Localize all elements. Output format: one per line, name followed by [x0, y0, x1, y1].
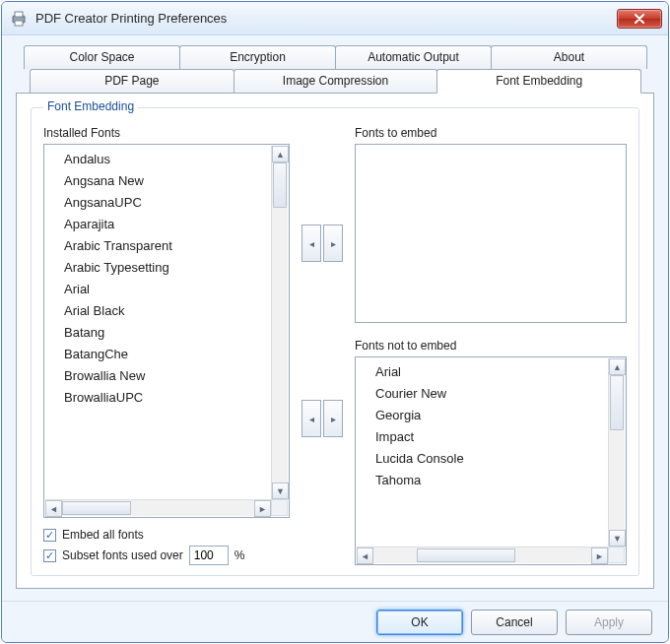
tabs-row-upper: Color Space Encryption Automatic Output … — [16, 45, 654, 69]
group-legend: Font Embedding — [43, 99, 138, 113]
installed-fonts-list[interactable]: AndalusAngsana NewAngsanaUPCAparajitaAra… — [43, 144, 290, 518]
scroll-down-icon[interactable]: ▼ — [272, 483, 289, 499]
list-item[interactable]: BatangChe — [64, 344, 289, 365]
installed-fonts-label: Installed Fonts — [43, 126, 290, 140]
list-item[interactable]: Aparajita — [64, 214, 289, 235]
svg-point-3 — [22, 17, 24, 19]
window-title: PDF Creator Printing Preferences — [35, 11, 227, 26]
scroll-corner — [271, 499, 288, 516]
embed-all-fonts-checkbox[interactable] — [43, 529, 56, 542]
dialog-window: PDF Creator Printing Preferences Color S… — [1, 1, 669, 643]
list-item[interactable]: Andalus — [64, 149, 289, 170]
fonts-not-to-embed-label: Fonts not to embed — [355, 339, 627, 353]
scrollbar-vertical[interactable]: ▲ ▼ — [271, 146, 288, 499]
svg-rect-2 — [15, 21, 23, 26]
list-item[interactable]: Browallia New — [64, 365, 289, 387]
tab-encryption[interactable]: Encryption — [179, 45, 336, 69]
scroll-thumb[interactable] — [610, 375, 624, 430]
scroll-up-icon[interactable]: ▲ — [272, 146, 289, 162]
list-item[interactable]: Arial — [64, 279, 289, 300]
svg-rect-1 — [15, 12, 23, 17]
fonts-to-embed-list[interactable] — [355, 144, 627, 323]
scroll-left-icon[interactable]: ◄ — [357, 547, 373, 564]
scroll-right-icon[interactable]: ► — [254, 500, 271, 517]
tab-about[interactable]: About — [491, 45, 647, 69]
list-item[interactable]: Tahoma — [375, 470, 626, 491]
add-to-notembed-button[interactable]: ▸ — [323, 400, 343, 437]
scrollbar-horizontal[interactable]: ◄ ► — [357, 547, 608, 563]
list-item[interactable]: Batang — [64, 322, 289, 344]
move-to-notembed-buttons: ◂ ▸ — [302, 400, 343, 437]
printer-icon — [10, 10, 28, 28]
tab-font-embedding[interactable]: Font Embedding — [436, 69, 641, 94]
move-to-embed-buttons: ◂ ▸ — [302, 225, 343, 262]
apply-button[interactable]: Apply — [566, 610, 652, 635]
list-item[interactable]: Arabic Typesetting — [64, 257, 289, 279]
remove-from-embed-button[interactable]: ◂ — [302, 225, 321, 262]
scrollbar-vertical[interactable]: ▲ ▼ — [608, 358, 625, 547]
tab-panel: Font Embedding Installed Fonts AndalusAn… — [16, 93, 654, 589]
list-item[interactable]: Lucida Console — [375, 448, 626, 470]
list-item[interactable]: Arial Black — [64, 300, 289, 322]
dialog-footer: OK Cancel Apply — [2, 601, 668, 642]
subset-fonts-checkbox[interactable] — [43, 549, 56, 562]
tab-image-compression[interactable]: Image Compression — [234, 69, 438, 93]
tab-automatic-output[interactable]: Automatic Output — [335, 45, 492, 69]
subset-fonts-label: Subset fonts used over — [62, 548, 183, 562]
scroll-up-icon[interactable]: ▲ — [609, 358, 626, 375]
scroll-right-icon[interactable]: ► — [591, 547, 608, 564]
percent-suffix: % — [234, 548, 245, 562]
list-item[interactable]: AngsanaUPC — [64, 192, 289, 214]
tabs-row-lower: PDF Page Image Compression Font Embeddin… — [16, 69, 654, 93]
tab-pdf-page[interactable]: PDF Page — [30, 69, 234, 93]
close-button[interactable] — [617, 9, 662, 29]
list-item[interactable]: Angsana New — [64, 170, 289, 192]
remove-from-notembed-button[interactable]: ◂ — [302, 400, 321, 437]
tab-color-space[interactable]: Color Space — [24, 45, 180, 69]
group-font-embedding: Font Embedding Installed Fonts AndalusAn… — [31, 107, 639, 576]
list-item[interactable]: Arial — [375, 361, 626, 383]
scroll-corner — [608, 547, 625, 563]
subset-percent-input[interactable] — [189, 546, 229, 565]
add-to-embed-button[interactable]: ▸ — [323, 225, 343, 262]
list-item[interactable]: Courier New — [375, 383, 626, 405]
list-item[interactable]: BrowalliaUPC — [64, 387, 289, 409]
cancel-button[interactable]: Cancel — [471, 610, 558, 635]
ok-button[interactable]: OK — [376, 610, 463, 635]
scrollbar-horizontal[interactable]: ◄ ► — [45, 499, 271, 516]
list-item[interactable]: Impact — [375, 426, 626, 448]
scroll-thumb[interactable] — [417, 548, 515, 562]
scroll-down-icon[interactable]: ▼ — [609, 530, 626, 547]
embed-all-fonts-label: Embed all fonts — [62, 528, 144, 542]
fonts-to-embed-label: Fonts to embed — [355, 126, 627, 140]
scroll-thumb[interactable] — [273, 162, 287, 208]
scroll-left-icon[interactable]: ◄ — [45, 500, 62, 517]
fonts-not-to-embed-list[interactable]: ArialCourier NewGeorgiaImpactLucida Cons… — [355, 356, 627, 565]
dialog-body: Color Space Encryption Automatic Output … — [2, 35, 668, 601]
titlebar: PDF Creator Printing Preferences — [2, 2, 668, 35]
list-item[interactable]: Arabic Transparent — [64, 235, 289, 257]
scroll-thumb[interactable] — [62, 501, 131, 515]
list-item[interactable]: Georgia — [375, 405, 626, 426]
